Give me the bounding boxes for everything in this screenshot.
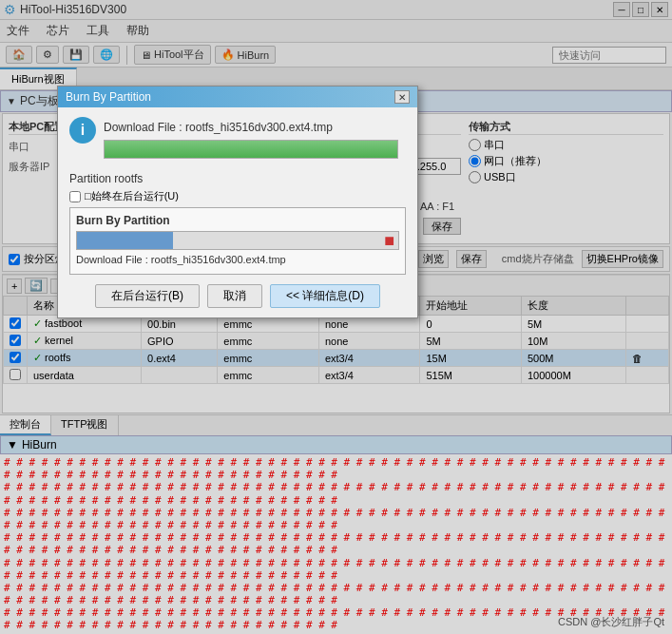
background-run-btn[interactable]: 在后台运行(B) (95, 284, 200, 308)
error-indicator: ■ (384, 231, 394, 251)
cancel-btn[interactable]: 取消 (207, 284, 262, 308)
dialog-content: i Download File : rootfs_hi3516dv300.ext… (58, 107, 417, 317)
progress-bar1-container (104, 140, 398, 159)
progress-bar1 (105, 141, 397, 158)
detail-btn[interactable]: << 详细信息(D) (270, 284, 380, 308)
partition-label: Partition rootfs (69, 172, 406, 185)
download-file-text2: Download File : rootfs_hi3516dv300.ext4.… (76, 254, 399, 265)
background-checkbox-label: □始终在后台运行(U) (85, 189, 179, 203)
app-window: ⚙ HiTool-Hi3516DV300 ─ □ ✕ 文件 芯片 工具 帮助 🏠… (0, 0, 672, 634)
dialog-titlebar: Burn By Partition ✕ (58, 86, 417, 107)
burn-dialog: Burn By Partition ✕ i Download File : ro… (57, 86, 418, 318)
progress-bar2 (77, 232, 173, 249)
download-file-text1: Download File : rootfs_hi3516dv300.ext4.… (104, 117, 398, 134)
dialog-title: Burn By Partition (66, 90, 151, 104)
progress-bar2-container: ■ (76, 231, 399, 250)
inner-dialog: Burn By Partition ■ Download File : root… (69, 207, 406, 275)
background-checkbox[interactable] (69, 191, 81, 202)
dialog-close-button[interactable]: ✕ (394, 90, 410, 104)
inner-dialog-title: Burn By Partition (76, 214, 399, 227)
dialog-buttons: 在后台运行(B) 取消 << 详细信息(D) (69, 284, 406, 308)
info-icon: i (69, 117, 96, 144)
